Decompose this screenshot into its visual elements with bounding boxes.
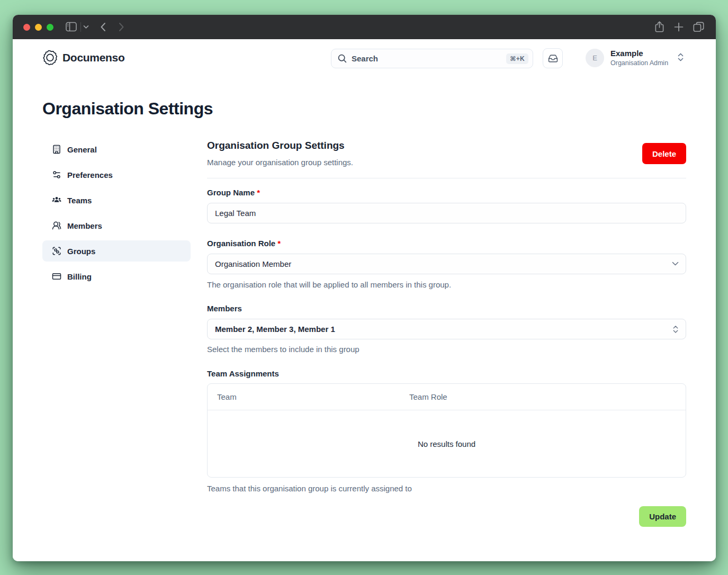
group-name-label: Group Name * <box>207 188 686 197</box>
sidebar-item-label: General <box>67 145 97 154</box>
close-window-button[interactable] <box>23 24 30 31</box>
sidebar-item-label: Preferences <box>67 170 113 179</box>
desktop-background: { "window": { "titlebar": { "controls": … <box>0 0 728 575</box>
inbox-icon <box>548 53 558 64</box>
sidebar-item-groups[interactable]: Groups <box>42 240 191 262</box>
account-menu[interactable]: E Example Organisation Admin <box>586 49 684 67</box>
users-group-icon <box>52 195 61 205</box>
credit-card-icon <box>52 272 61 281</box>
sidebar-item-label: Billing <box>67 272 92 281</box>
sliders-icon <box>52 170 61 179</box>
table-header-row: Team Team Role <box>208 384 686 410</box>
organisation-role-label-text: Organisation Role <box>207 239 275 248</box>
column-header-team-role: Team Role <box>400 392 686 401</box>
sidebar-item-teams[interactable]: Teams <box>42 190 191 211</box>
new-tab-icon[interactable] <box>674 22 684 32</box>
organisation-role-label: Organisation Role * <box>207 239 686 248</box>
titlebar-divider <box>80 22 81 32</box>
chevrons-up-down-icon <box>677 53 684 64</box>
brand-name: Documenso <box>62 51 125 64</box>
back-icon[interactable] <box>100 22 106 32</box>
chevrons-up-down-icon <box>672 325 679 334</box>
organisation-role-select[interactable]: Organisation Member <box>207 254 686 274</box>
members-label: Members <box>207 304 686 313</box>
page-content: Documenso ⌘+K E Example Organisation Adm… <box>13 39 716 561</box>
sidebar-item-general[interactable]: General <box>42 139 191 160</box>
organisation-role-value: Organisation Member <box>215 259 291 268</box>
section-subtitle: Manage your organisation group settings. <box>207 158 686 167</box>
building-icon <box>52 145 61 154</box>
search-bar[interactable]: ⌘+K <box>331 49 533 68</box>
sidebar-item-members[interactable]: Members <box>42 215 191 236</box>
required-asterisk: * <box>257 188 260 197</box>
sidebar-toggle-icon[interactable] <box>66 22 77 32</box>
users-icon <box>52 221 61 230</box>
maximize-window-button[interactable] <box>47 24 53 31</box>
account-name: Example <box>610 49 670 58</box>
sidebar-item-label: Teams <box>67 196 92 205</box>
members-helper: Select the members to include in this gr… <box>207 345 686 354</box>
documenso-seal-icon <box>42 50 58 65</box>
sidebar-item-label: Members <box>67 221 102 230</box>
brand-logo[interactable]: Documenso <box>42 50 125 65</box>
search-input[interactable] <box>352 54 506 63</box>
sidebar-chevron-down-icon[interactable] <box>83 25 89 29</box>
members-value: Member 2, Member 3, Member 1 <box>215 325 335 334</box>
inbox-button[interactable] <box>543 48 563 68</box>
search-icon <box>338 54 347 63</box>
section-divider <box>207 178 686 178</box>
team-assignments-label: Team Assignments <box>207 369 686 378</box>
account-texts: Example Organisation Admin <box>610 49 670 67</box>
settings-sidebar: General Preferences <box>42 139 191 291</box>
delete-button[interactable]: Delete <box>642 143 686 164</box>
tab-overview-icon[interactable] <box>693 22 704 32</box>
group-icon <box>52 246 61 256</box>
avatar: E <box>586 49 604 67</box>
sidebar-item-billing[interactable]: Billing <box>42 266 191 287</box>
chevron-down-icon <box>672 262 679 266</box>
required-asterisk: * <box>277 239 281 248</box>
section-header: Organisation Group Settings Manage your … <box>207 140 686 167</box>
group-settings-panel: Organisation Group Settings Manage your … <box>207 140 686 527</box>
section-title: Organisation Group Settings <box>207 140 686 151</box>
page-title: Organisation Settings <box>42 99 213 119</box>
account-role: Organisation Admin <box>610 59 670 67</box>
forward-icon[interactable] <box>119 22 124 32</box>
sidebar-item-preferences[interactable]: Preferences <box>42 164 191 185</box>
group-name-label-text: Group Name <box>207 188 255 197</box>
members-select[interactable]: Member 2, Member 3, Member 1 <box>207 319 686 339</box>
table-empty-state: No results found <box>208 410 686 477</box>
organisation-role-helper: The organisation role that will be appli… <box>207 280 686 289</box>
minimize-window-button[interactable] <box>35 24 42 31</box>
form-footer: Update <box>207 506 686 527</box>
share-icon[interactable] <box>655 21 664 32</box>
column-header-team: Team <box>208 392 400 401</box>
window-titlebar <box>13 15 716 39</box>
browser-window: Documenso ⌘+K E Example Organisation Adm… <box>13 15 716 561</box>
search-shortcut-badge: ⌘+K <box>506 53 528 64</box>
team-assignments-table: Team Team Role No results found <box>207 383 686 478</box>
sidebar-item-label: Groups <box>67 247 95 256</box>
update-button[interactable]: Update <box>639 506 686 527</box>
team-assignments-helper: Teams that this organisation group is cu… <box>207 484 686 493</box>
group-name-input[interactable] <box>207 203 686 223</box>
